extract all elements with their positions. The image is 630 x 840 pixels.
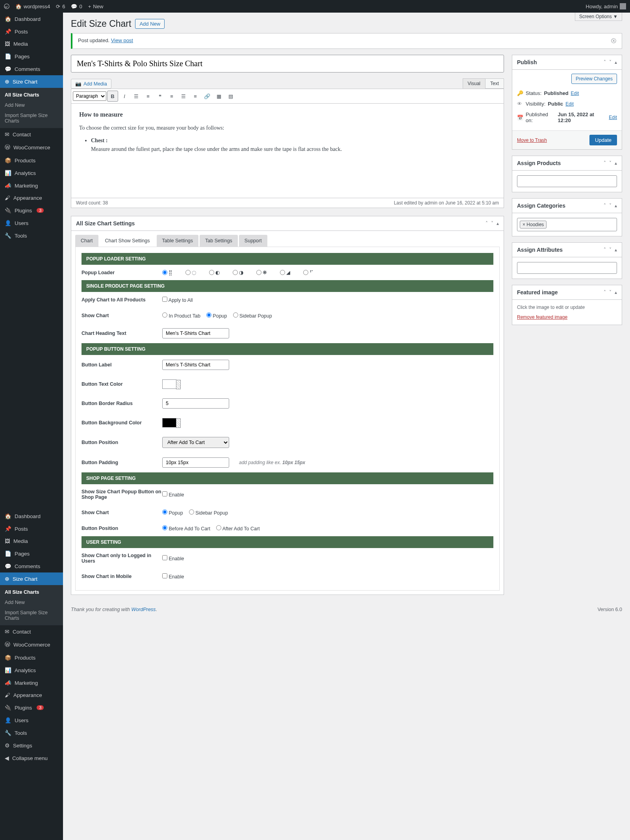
menu2-comments[interactable]: 💬 Comments [0, 560, 63, 572]
show-chart-tab[interactable] [162, 312, 167, 318]
aa-toggle[interactable]: ▴ [615, 247, 617, 253]
menu-appearance[interactable]: 🖌 Appearance [0, 192, 63, 204]
loader-opt-2[interactable] [185, 270, 191, 275]
loader-opt-7[interactable] [303, 270, 308, 275]
menu2-pages[interactable]: 📄 Pages [0, 547, 63, 560]
bold-button[interactable]: B [107, 91, 118, 102]
tab-chart-show[interactable]: Chart Show Settings [100, 235, 156, 247]
menu-size-chart[interactable]: ⊕ Size Chart [0, 75, 63, 88]
menu-posts[interactable]: 📌 Posts [0, 25, 63, 38]
new-content[interactable]: + New [88, 4, 104, 9]
fi-up[interactable]: ˄ [604, 290, 606, 295]
submenu-all-charts[interactable]: All Size Charts [0, 90, 63, 100]
menu2-users[interactable]: 👤 Users [0, 714, 63, 727]
menu-marketing[interactable]: 📣 Marketing [0, 179, 63, 192]
ol-button[interactable]: ≡ [143, 91, 154, 102]
collapse-menu[interactable]: ◀ Collapse menu [0, 752, 63, 764]
btn-radius-input[interactable] [162, 398, 229, 409]
heading-text-input[interactable] [162, 328, 229, 338]
toolbar-toggle-button[interactable]: ▧ [225, 91, 236, 102]
more-button[interactable]: ▦ [213, 91, 224, 102]
submenu2-import[interactable]: Import Sample Size Charts [0, 608, 63, 623]
mobile-checkbox[interactable] [162, 573, 167, 578]
show-chart-popup[interactable] [206, 312, 211, 318]
shop-show-sidebar[interactable] [189, 509, 194, 515]
btn-text-color-picker[interactable] [162, 379, 176, 389]
shop-btn-pos-after[interactable] [216, 525, 221, 530]
shop-show-popup[interactable] [162, 509, 167, 515]
menu2-contact[interactable]: ✉ Contact [0, 625, 63, 638]
update-button[interactable]: Update [589, 135, 617, 145]
ap-up[interactable]: ˄ [604, 160, 606, 166]
category-tag-hoodies[interactable]: × Hoodies [520, 221, 547, 229]
menu-users[interactable]: 👤 Users [0, 217, 63, 229]
loader-opt-5[interactable] [256, 270, 261, 275]
menu-pages[interactable]: 📄 Pages [0, 50, 63, 63]
align-left-button[interactable]: ≡ [166, 91, 177, 102]
submenu2-add-new[interactable]: Add New [0, 597, 63, 608]
view-post-link[interactable]: View post [111, 37, 133, 43]
aa-down[interactable]: ˅ [609, 247, 611, 253]
shop-btn-checkbox[interactable] [162, 491, 167, 496]
apply-all-checkbox[interactable] [162, 297, 167, 302]
menu2-analytics[interactable]: 📊 Analytics [0, 664, 63, 676]
assign-attributes-input[interactable] [517, 262, 617, 274]
ac-down[interactable]: ˅ [609, 203, 611, 208]
align-right-button[interactable]: ≡ [190, 91, 201, 102]
menu2-dashboard[interactable]: 🏠 Dashboard [0, 510, 63, 522]
loader-opt-1[interactable] [162, 270, 167, 275]
menu-analytics[interactable]: 📊 Analytics [0, 167, 63, 179]
pub-toggle-icon[interactable]: ▴ [615, 59, 617, 65]
editor-content[interactable]: How to measure To choose the correct siz… [71, 104, 504, 198]
box-up-icon[interactable]: ˄ [485, 221, 488, 226]
menu-woocommerce[interactable]: Ⓦ WooCommerce [0, 141, 63, 154]
menu2-marketing[interactable]: 📣 Marketing [0, 676, 63, 689]
menu-media[interactable]: 🖼 Media [0, 38, 63, 50]
align-center-button[interactable]: ☰ [178, 91, 189, 102]
loader-opt-3[interactable] [209, 270, 214, 275]
btn-label-input[interactable] [162, 360, 229, 370]
menu2-woocommerce[interactable]: Ⓦ WooCommerce [0, 638, 63, 651]
ap-down[interactable]: ˅ [609, 160, 611, 166]
tab-chart[interactable]: Chart [75, 235, 98, 247]
btn-pad-input[interactable] [162, 457, 229, 468]
site-name[interactable]: 🏠 wordpress4 [15, 4, 50, 9]
ac-toggle[interactable]: ▴ [615, 203, 617, 208]
btn-pos-select[interactable]: After Add To Cart [162, 437, 229, 448]
italic-button[interactable]: I [119, 91, 130, 102]
box-down-icon[interactable]: ˅ [491, 221, 493, 226]
tab-tab[interactable]: Tab Settings [200, 235, 238, 247]
menu-dashboard[interactable]: 🏠 Dashboard [0, 13, 63, 25]
pub-up-icon[interactable]: ˄ [604, 59, 606, 65]
loader-opt-6[interactable] [280, 270, 285, 275]
tab-support[interactable]: Support [239, 235, 267, 247]
box-toggle-icon[interactable]: ▴ [497, 221, 499, 226]
menu2-posts[interactable]: 📌 Posts [0, 522, 63, 535]
assign-categories-input[interactable]: × Hoodies [517, 218, 617, 231]
menu-tools[interactable]: 🔧 Tools [0, 229, 63, 242]
menu2-appearance[interactable]: 🖌 Appearance [0, 689, 63, 701]
aa-up[interactable]: ˄ [604, 247, 606, 253]
add-media-button[interactable]: 📷Add Media [71, 79, 111, 89]
fi-toggle[interactable]: ▴ [615, 290, 617, 295]
wordpress-link[interactable]: WordPress [132, 607, 156, 612]
dismiss-notice[interactable]: ⓧ [611, 37, 616, 45]
move-to-trash-link[interactable]: Move to Trash [517, 138, 547, 143]
assign-products-input[interactable] [517, 175, 617, 187]
shop-btn-pos-before[interactable] [162, 525, 167, 530]
updates-count[interactable]: ⟳ 6 [56, 4, 65, 9]
ac-up[interactable]: ˄ [604, 203, 606, 208]
submenu-add-new[interactable]: Add New [0, 100, 63, 110]
wp-logo[interactable] [4, 4, 9, 9]
submenu2-all-charts[interactable]: All Size Charts [0, 587, 63, 597]
pub-down-icon[interactable]: ˅ [609, 59, 611, 65]
add-new-button[interactable]: Add New [135, 19, 165, 29]
menu2-products[interactable]: 📦 Products [0, 651, 63, 664]
screen-options-toggle[interactable]: Screen Options ▼ [575, 13, 622, 21]
tab-table[interactable]: Table Settings [157, 235, 199, 247]
visual-tab[interactable]: Visual [463, 78, 485, 89]
howdy-user[interactable]: Howdy, admin [586, 3, 626, 9]
menu-comments[interactable]: 💬 Comments [0, 63, 63, 75]
edit-date-link[interactable]: Edit [609, 115, 617, 120]
menu-plugins[interactable]: 🔌 Plugins3 [0, 204, 63, 217]
